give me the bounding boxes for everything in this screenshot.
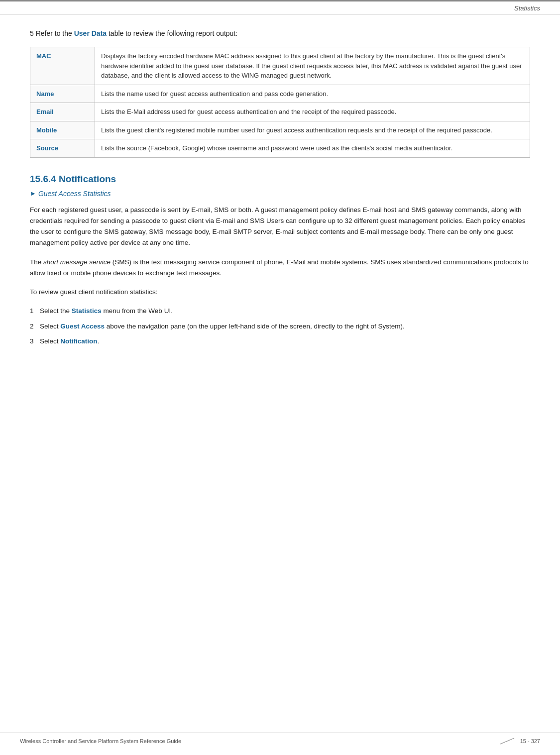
header-area: Statistics [0, 1, 560, 14]
field-source: Source [30, 139, 95, 158]
user-data-table: MAC Displays the factory encoded hardwar… [30, 47, 530, 158]
numbered-steps: 1 Select the Statistics menu from the We… [30, 306, 530, 347]
field-email: Email [30, 103, 95, 121]
step-num: 1 [30, 306, 34, 317]
list-item: 2 Select Guest Access above the navigati… [30, 321, 530, 332]
step5-intro-end: table to review the following report out… [107, 29, 237, 37]
paragraph-1: For each registered guest user, a passco… [30, 205, 530, 249]
step2-text: Select Guest Access above the navigation… [40, 323, 405, 330]
subsection-heading: ► Guest Access Statistics [30, 190, 530, 198]
footer: Wireless Controller and Service Platform… [0, 733, 560, 745]
list-item: 3 Select Notification. [30, 336, 530, 347]
table-row: Email Lists the E-Mail address used for … [30, 103, 530, 121]
footer-left-text: Wireless Controller and Service Platform… [20, 738, 181, 744]
field-mobile: Mobile [30, 121, 95, 139]
step-num: 3 [30, 336, 34, 347]
step5-intro: 5 Refer to the User Data table to review… [30, 28, 530, 39]
list-item: 1 Select the Statistics menu from the We… [30, 306, 530, 317]
user-data-link: User Data [74, 29, 107, 37]
desc-mac: Displays the factory encoded hardware MA… [95, 47, 530, 85]
step3-text: Select Notification. [40, 337, 99, 345]
table-row: Mobile Lists the guest client's register… [30, 121, 530, 139]
page-container: Statistics 5 Refer to the User Data tabl… [0, 0, 560, 755]
svg-line-0 [500, 738, 514, 744]
subsection-arrow: ► [30, 190, 36, 197]
footer-right: 15 - 327 [498, 737, 540, 745]
guest-access-bold: Guest Access [60, 323, 105, 330]
desc-mobile: Lists the guest client's registered mobi… [95, 121, 530, 139]
sms-italic: short message service [43, 258, 111, 266]
section-heading: 15.6.4 Notifications [30, 174, 530, 185]
table-row: MAC Displays the factory encoded hardwar… [30, 47, 530, 85]
step5-intro-text: 5 Refer to the [30, 29, 74, 37]
footer-slash [498, 737, 516, 745]
step1-text: Select the Statistics menu from the Web … [40, 307, 173, 315]
step-num: 2 [30, 321, 34, 332]
table-row: Name Lists the name used for guest acces… [30, 85, 530, 103]
slash-icon [498, 737, 516, 745]
desc-source: Lists the source (Facebook, Google) whos… [95, 139, 530, 158]
main-content: 5 Refer to the User Data table to review… [0, 14, 560, 386]
table-row: Source Lists the source (Facebook, Googl… [30, 139, 530, 158]
header-title: Statistics [514, 4, 540, 12]
paragraph-3: To review guest client notification stat… [30, 287, 530, 298]
field-mac: MAC [30, 47, 95, 85]
footer-page-number: 15 - 327 [520, 738, 540, 744]
statistics-bold: Statistics [72, 307, 102, 315]
desc-email: Lists the E-Mail address used for guest … [95, 103, 530, 121]
subsection-title: Guest Access Statistics [38, 190, 111, 198]
desc-name: Lists the name used for guest access aut… [95, 85, 530, 103]
field-name: Name [30, 85, 95, 103]
notification-bold: Notification [60, 337, 97, 345]
paragraph-2: The short message service (SMS) is the t… [30, 257, 530, 279]
